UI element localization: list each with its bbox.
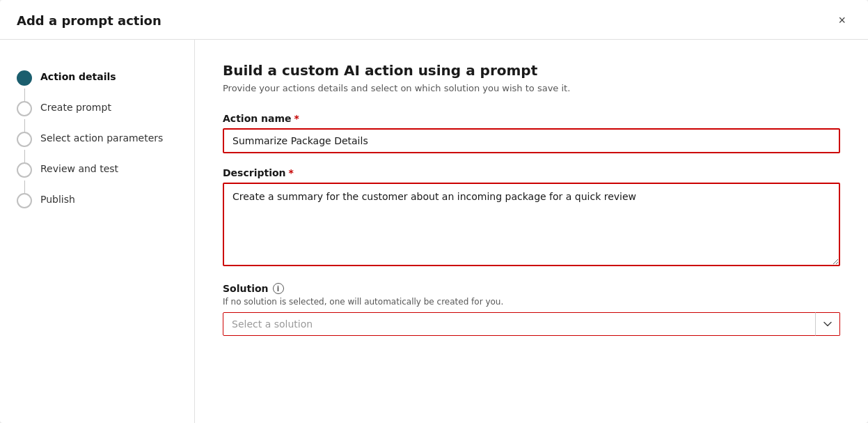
solution-dropdown[interactable]: Select a solution [223,312,840,336]
sidebar-item-action-details[interactable]: Action details [17,62,177,93]
add-prompt-action-dialog: Add a prompt action × Action details Cre… [0,0,868,423]
section-title: Build a custom AI action using a prompt [223,62,840,79]
dialog-header: Add a prompt action × [0,0,868,40]
step-label-select-action-parameters: Select action parameters [40,130,163,146]
sidebar-item-create-prompt[interactable]: Create prompt [17,93,177,123]
sidebar-item-review-and-test[interactable]: Review and test [17,154,177,185]
description-required-star: * [289,167,294,178]
sidebar-item-select-action-parameters[interactable]: Select action parameters [17,123,177,154]
dialog-body: Action details Create prompt Select acti… [0,40,868,423]
step-circle-publish [17,193,32,208]
description-field-group: Description * Create a summary for the c… [223,167,840,269]
description-textarea[interactable]: Create a summary for the customer about … [223,183,840,266]
sidebar: Action details Create prompt Select acti… [0,40,195,423]
solution-info-icon[interactable]: i [273,283,284,294]
solution-hint: If no solution is selected, one will aut… [223,297,840,307]
solution-label-row: Solution i [223,283,840,294]
main-content: Build a custom AI action using a prompt … [195,40,868,423]
step-label-review-and-test: Review and test [40,161,118,176]
step-label-create-prompt: Create prompt [40,100,111,115]
step-label-action-details: Action details [40,69,116,84]
step-label-publish: Publish [40,192,75,207]
action-name-label: Action name * [223,113,840,124]
step-circle-create-prompt [17,101,32,116]
action-name-field-group: Action name * [223,113,840,153]
solution-dropdown-wrapper: Select a solution [223,312,840,336]
section-subtitle: Provide your actions details and select … [223,83,840,93]
step-circle-select-action-parameters [17,132,32,147]
dialog-title: Add a prompt action [17,13,161,28]
description-label: Description * [223,167,840,178]
solution-label: Solution [223,283,269,294]
sidebar-item-publish[interactable]: Publish [17,185,177,215]
step-circle-review-and-test [17,162,32,178]
close-button[interactable]: × [833,11,851,29]
step-circle-action-details [17,70,32,86]
solution-field-group: Solution i If no solution is selected, o… [223,283,840,336]
action-name-input[interactable] [223,128,840,153]
action-name-required-star: * [294,113,299,124]
